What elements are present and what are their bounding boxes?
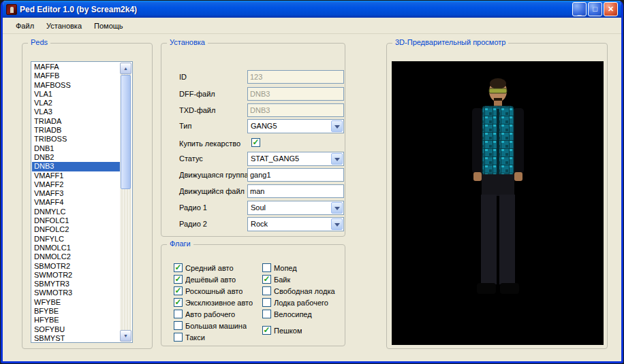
menu-item-2[interactable]: Помощь [88, 20, 129, 32]
installation-groupbox: Установка ID DFF-файл TXD-файл Тип GANG5… [161, 43, 345, 237]
scroll-up-icon[interactable]: ▲ [120, 63, 131, 74]
maximize-button[interactable]: □ [588, 2, 602, 16]
flag-right-4[interactable]: Велосипед [262, 308, 343, 320]
ped-list-item[interactable]: DNB2 [32, 153, 120, 162]
checkbox-icon: ✓ [262, 275, 271, 284]
txd-label: TXD-файл [179, 106, 215, 114]
ped-list-item[interactable]: SBMOTR2 [32, 262, 120, 271]
ped-list-item[interactable]: SWMOTR3 [32, 288, 120, 297]
flag-left-0[interactable]: ✓Средний авто [174, 262, 262, 274]
chevron-down-icon[interactable] [331, 120, 343, 132]
ped-listbox: MAFFAMAFFBMAFBOSSVLA1VLA2VLA3TRIADATRIAD… [31, 61, 133, 343]
menubar: ФайлУстановкаПомощь [3, 18, 621, 34]
peds-group-label: Peds [28, 38, 50, 46]
chevron-down-icon[interactable] [331, 218, 343, 230]
moving-group-field[interactable] [247, 168, 344, 182]
type-combobox[interactable]: GANG5 [247, 119, 344, 133]
flag-left-2[interactable]: ✓Роскошный авто [174, 285, 262, 297]
ped-list-item[interactable]: TRIBOSS [32, 135, 120, 144]
ped-list-item[interactable]: HFYBE [32, 316, 120, 325]
ped-list-item[interactable]: SBMYST [32, 334, 120, 342]
flag-right-0[interactable]: Мопед [262, 262, 343, 274]
radio1-combobox[interactable]: Soul [247, 201, 344, 215]
checkbox-icon [262, 310, 271, 318]
ped-list-item[interactable]: VMAFF3 [32, 189, 120, 198]
ped-list-item[interactable]: DNMYLC [32, 208, 120, 216]
ped-list-item[interactable]: TRIADA [32, 117, 120, 126]
scroll-down-icon[interactable]: ▼ [120, 330, 131, 342]
flag-left-5[interactable]: Большая машина [174, 320, 262, 331]
ped-list-item[interactable]: VMAFF2 [32, 180, 120, 189]
ped-list-item[interactable]: SWMOTR2 [32, 271, 120, 280]
checkbox-icon [262, 286, 271, 295]
radio1-label: Радио 1 [179, 203, 207, 212]
ped-list-item[interactable]: VLA3 [32, 107, 120, 116]
ped-list-item[interactable]: DNFOLC2 [32, 225, 120, 234]
chevron-down-icon[interactable] [331, 153, 343, 165]
ped-list-item[interactable]: DNFOLC1 [32, 216, 120, 225]
flag-right-2[interactable]: Свободная лодка [262, 285, 343, 297]
flag-label: Мопед [274, 264, 297, 272]
menu-item-0[interactable]: Файл [10, 20, 40, 32]
ped-list-item[interactable]: MAFBOSS [32, 81, 120, 90]
ped-list-item[interactable]: TRIADB [32, 126, 120, 135]
flag-right-1[interactable]: ✓Байк [262, 274, 343, 285]
ped-list-item[interactable]: VMAFF4 [32, 198, 120, 207]
flag-label: Дешёвый авто [185, 276, 236, 284]
radio1-value: Soul [251, 203, 266, 212]
status-label: Статус [179, 154, 203, 163]
app-icon [6, 4, 17, 15]
moving-file-field[interactable] [247, 184, 344, 198]
preview-group-label: 3D-Предварительный просмотр [392, 38, 508, 46]
buy-medicine-label: Купить лекарство [179, 139, 240, 148]
buy-medicine-checkbox[interactable]: ✓ [251, 138, 260, 147]
checkbox-icon: ✓ [262, 326, 271, 335]
type-label: Тип [179, 122, 191, 130]
preview-groupbox: 3D-Предварительный просмотр [386, 43, 608, 349]
ped-list-item[interactable]: VMAFF1 [32, 171, 120, 180]
ped-list-item[interactable]: DNFYLC [32, 235, 120, 244]
flag-label: Большая машина [185, 322, 247, 330]
type-value: GANG5 [251, 122, 277, 130]
ped-list-item[interactable]: DNMOLC1 [32, 244, 120, 252]
flag-label: Такси [185, 333, 205, 342]
scrollbar-thumb[interactable] [121, 75, 131, 189]
radio2-combobox[interactable]: Rock [247, 217, 344, 231]
app-window: Ped Editor 1.0 (by Scream2k4) _ □ ✕ Файл… [1, 1, 623, 363]
flag-left-1[interactable]: ✓Дешёвый авто [174, 274, 262, 285]
flags-col-left: ✓Средний авто✓Дешёвый авто✓Роскошный авт… [174, 262, 262, 343]
flag-label: Авто рабочего [185, 310, 235, 318]
chevron-down-icon[interactable] [331, 202, 343, 214]
checkbox-icon [174, 333, 183, 342]
ped-list-item[interactable]: DNMOLC2 [32, 252, 120, 261]
menu-item-1[interactable]: Установка [40, 20, 88, 32]
ped-list-scrollbar[interactable]: ▲ ▼ [120, 63, 131, 342]
flag-left-3[interactable]: ✓Эксклюзивное авто [174, 297, 262, 308]
minimize-icon: _ [577, 8, 581, 16]
close-button[interactable]: ✕ [604, 2, 618, 16]
ped-list-item[interactable]: MAFFB [32, 71, 120, 80]
ped-list-item[interactable]: SBMYTR3 [32, 280, 120, 288]
flag-left-4[interactable]: Авто рабочего [174, 308, 262, 320]
status-combobox[interactable]: STAT_GANG5 [247, 152, 344, 166]
id-label: ID [179, 73, 187, 81]
ped-list-item[interactable]: MAFFA [32, 63, 120, 71]
moving-file-label: Движущийся файл [179, 187, 245, 195]
ped-list-item[interactable]: BFYBE [32, 307, 120, 316]
ped-list-item[interactable]: SOFYBU [32, 325, 120, 334]
minimize-button[interactable]: _ [572, 2, 587, 16]
id-field [247, 70, 344, 84]
preview-3d-viewport[interactable] [392, 61, 604, 345]
flag-right-3[interactable]: Лодка рабочего [262, 297, 343, 308]
ped-list-item[interactable]: VLA2 [32, 99, 120, 107]
checkbox-icon: ✓ [174, 298, 183, 307]
close-icon: ✕ [608, 5, 614, 13]
ped-list-item[interactable]: WFYBE [32, 298, 120, 307]
flags-col-right: Мопед✓БайкСвободная лодкаЛодка рабочегоВ… [262, 262, 343, 336]
ped-list-item[interactable]: VLA1 [32, 90, 120, 99]
ped-list-item[interactable]: DNB1 [32, 144, 120, 153]
flag-left-6[interactable]: Такси [174, 331, 262, 343]
flag-right-5[interactable]: ✓Пешком [262, 325, 343, 336]
radio2-value: Rock [251, 220, 268, 228]
ped-list-item[interactable]: DNB3 [32, 162, 120, 171]
